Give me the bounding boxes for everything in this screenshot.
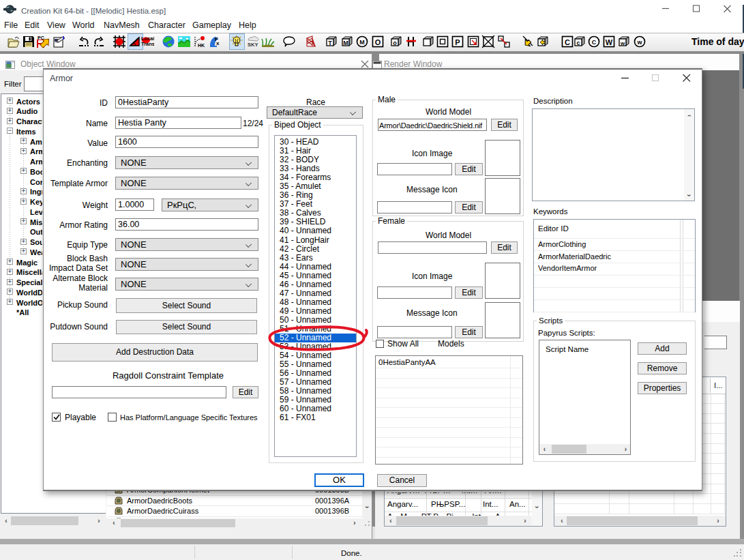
- svg-text:P: P: [455, 38, 460, 46]
- svg-text:O: O: [375, 38, 381, 46]
- svg-text:M: M: [343, 40, 348, 46]
- svg-text:o: o: [393, 40, 397, 46]
- svg-text:C: C: [565, 38, 570, 46]
- svg-text:W: W: [606, 38, 613, 46]
- svg-text:c: c: [576, 40, 580, 46]
- svg-text:Trans: Trans: [141, 41, 154, 47]
- svg-text:C: C: [592, 39, 597, 46]
- svg-text:w: w: [620, 40, 625, 46]
- svg-text:SKY: SKY: [248, 42, 258, 48]
- svg-text:M: M: [359, 39, 365, 46]
- svg-text:T: T: [328, 40, 332, 46]
- svg-text:HK: HK: [198, 43, 205, 48]
- svg-text:w: w: [636, 39, 642, 46]
- svg-text:PC: PC: [38, 35, 44, 40]
- svg-text:x: x: [216, 40, 220, 46]
